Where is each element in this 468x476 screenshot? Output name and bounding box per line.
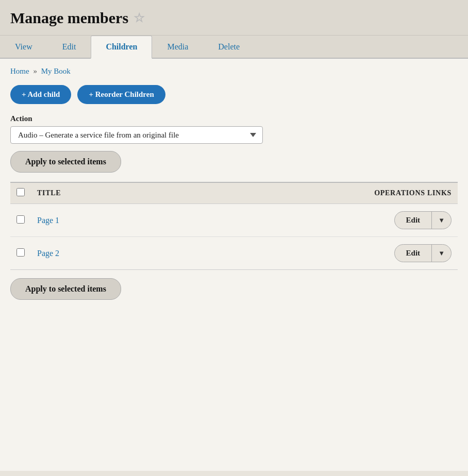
row1-checkbox[interactable]: [16, 215, 25, 224]
star-icon[interactable]: ☆: [133, 11, 145, 25]
table-row: Page 2 Edit ▼: [10, 237, 458, 269]
row2-edit-button[interactable]: Edit: [395, 245, 432, 262]
table-container: TITLE OPERATIONS LINKS Page 1 Edit ▼ Pag…: [10, 182, 458, 270]
row1-ops: Edit ▼: [338, 211, 452, 229]
tab-view[interactable]: View: [0, 36, 47, 58]
breadcrumb-separator: »: [33, 67, 37, 75]
row1-edit-dropdown[interactable]: ▼: [432, 212, 451, 229]
apply-bottom-button[interactable]: Apply to selected items: [10, 278, 121, 300]
select-all-checkbox[interactable]: [16, 188, 25, 196]
header-ops-col: OPERATIONS LINKS: [338, 189, 452, 197]
page-title: Manage members: [10, 9, 128, 27]
row2-ops: Edit ▼: [338, 244, 452, 262]
add-child-button[interactable]: + Add child: [10, 85, 71, 104]
row2-edit-group: Edit ▼: [394, 244, 452, 262]
reorder-children-button[interactable]: + Reorder Children: [77, 85, 165, 104]
breadcrumb-home[interactable]: Home: [10, 67, 29, 75]
row2-title[interactable]: Page 2: [37, 249, 338, 258]
breadcrumb: Home » My Book: [10, 67, 458, 76]
row1-edit-button[interactable]: Edit: [395, 212, 432, 229]
content-area: Home » My Book + Add child + Reorder Chi…: [0, 59, 468, 471]
row2-checkbox[interactable]: [16, 248, 25, 257]
tab-media[interactable]: Media: [152, 36, 203, 58]
page-header: Manage members ☆: [0, 0, 468, 36]
table-row: Page 1 Edit ▼: [10, 204, 458, 237]
row1-title[interactable]: Page 1: [37, 216, 338, 225]
row2-edit-dropdown[interactable]: ▼: [432, 245, 451, 262]
tabs-bar: View Edit Children Media Delete: [0, 36, 468, 59]
action-label: Action: [10, 114, 458, 123]
action-section: Action Audio – Generate a service file f…: [10, 114, 458, 144]
tab-edit[interactable]: Edit: [47, 36, 91, 58]
tab-delete[interactable]: Delete: [203, 36, 255, 58]
header-check-col: [16, 188, 37, 198]
header-title-col: TITLE: [37, 189, 338, 197]
table-header: TITLE OPERATIONS LINKS: [10, 183, 458, 204]
row1-edit-group: Edit ▼: [394, 211, 452, 229]
action-buttons: + Add child + Reorder Children: [10, 85, 458, 104]
action-select[interactable]: Audio – Generate a service file from an …: [10, 126, 263, 144]
apply-top-button[interactable]: Apply to selected items: [10, 151, 121, 173]
breadcrumb-current[interactable]: My Book: [41, 67, 71, 75]
tab-children[interactable]: Children: [91, 36, 152, 59]
